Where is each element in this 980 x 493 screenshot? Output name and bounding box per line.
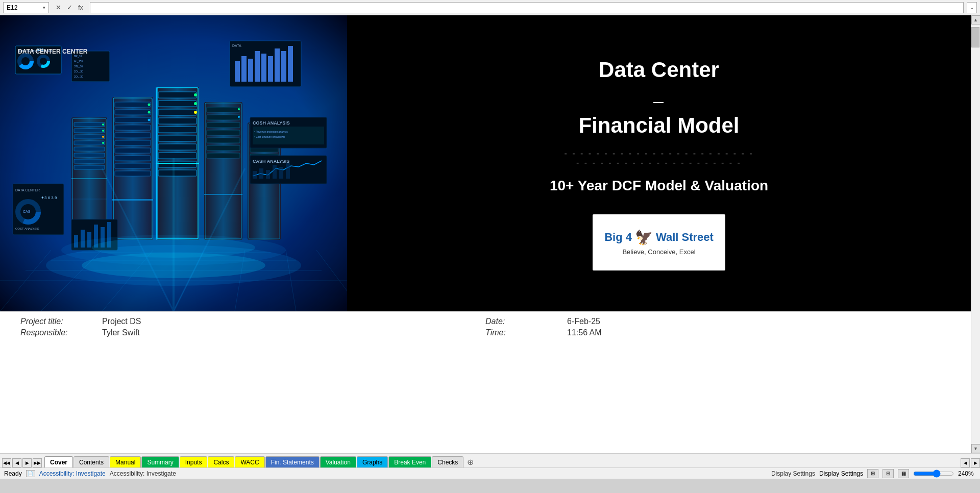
svg-point-75: [238, 116, 240, 118]
status-left: Ready 📄 Accessibility: Investigate Acces…: [4, 470, 176, 477]
svg-text:CASH ANALYSIS: CASH ANALYSIS: [253, 159, 289, 164]
svg-rect-108: [275, 48, 280, 82]
svg-rect-102: [235, 61, 240, 82]
display-settings[interactable]: Display Settings: [771, 470, 815, 477]
tab-checks[interactable]: Checks: [432, 456, 463, 467]
scrollbar-thumb[interactable]: [971, 27, 979, 47]
tab-contents[interactable]: Contents: [74, 456, 109, 467]
svg-rect-53: [158, 118, 197, 124]
svg-rect-69: [207, 122, 240, 128]
svg-point-28: [102, 142, 104, 144]
svg-rect-128: [273, 165, 277, 179]
sheet-content: DATA CENTER CENTER 322 BR_10 AL_155: [0, 15, 971, 453]
svg-text:CAS: CAS: [23, 210, 31, 213]
svg-rect-126: [259, 168, 263, 179]
status-bar: Ready 📄 Accessibility: Investigate Acces…: [0, 467, 980, 479]
svg-rect-67: [207, 107, 240, 112]
page-layout-button[interactable]: ⊟: [883, 469, 894, 478]
tab-scroll-left[interactable]: ◀: [961, 458, 970, 467]
svg-point-62: [194, 111, 197, 114]
tab-cover[interactable]: Cover: [44, 456, 73, 467]
tab-inputs[interactable]: Inputs: [180, 456, 208, 467]
tab-scroll-right[interactable]: ▶: [971, 458, 980, 467]
svg-point-26: [102, 130, 104, 132]
status-right: Display Settings Display Settings ⊞ ⊟ ▦ …: [771, 469, 976, 478]
main-area: DATA CENTER CENTER 322 BR_10 AL_155: [0, 15, 980, 453]
cover-slide: DATA CENTER CENTER 322 BR_10 AL_155: [0, 15, 971, 311]
page-break-view-icon[interactable]: 📄: [26, 470, 35, 477]
tab-first-button[interactable]: ◀◀: [2, 458, 11, 467]
svg-rect-51: [158, 101, 197, 107]
svg-text:3TL_30: 3TL_30: [74, 65, 83, 68]
svg-point-60: [194, 93, 197, 96]
svg-rect-24: [74, 165, 105, 169]
tab-summary[interactable]: Summary: [141, 456, 179, 467]
scroll-up-button[interactable]: ▲: [971, 15, 981, 24]
tab-break-even[interactable]: Break Even: [388, 456, 431, 467]
normal-view-button[interactable]: ⊞: [867, 469, 878, 478]
cover-subtitle: 10+ Year DCF Model & Valuation: [550, 178, 768, 194]
svg-rect-54: [158, 127, 197, 133]
svg-rect-64: [156, 87, 158, 240]
logo-text: Big 4 🦅 Wall Street: [604, 229, 714, 246]
svg-rect-19: [74, 135, 105, 139]
tab-graphs[interactable]: Graphs: [357, 456, 388, 467]
project-value: Project DS: [102, 317, 141, 326]
zoom-slider[interactable]: [913, 470, 954, 478]
svg-rect-104: [248, 59, 253, 82]
zoom-level: 240%: [958, 470, 976, 477]
svg-text:✦3 6 3 9: ✦3 6 3 9: [41, 195, 57, 200]
tab-next-button[interactable]: ▶: [22, 458, 32, 467]
svg-text:DATA: DATA: [232, 44, 241, 47]
add-sheet-button[interactable]: ⊕: [464, 456, 476, 467]
svg-rect-73: [207, 153, 240, 158]
svg-text:DATA CENTER  CENTER: DATA CENTER CENTER: [18, 48, 88, 55]
svg-text:COST ANALYSIS: COST ANALYSIS: [15, 227, 39, 230]
responsible-value: Tyler Swift: [102, 328, 140, 337]
svg-rect-58: [158, 161, 197, 167]
formula-expand-button[interactable]: ⌄: [967, 2, 977, 13]
scroll-down-button[interactable]: ▼: [971, 444, 981, 453]
accessibility-text[interactable]: Accessibility: Investigate: [39, 470, 106, 477]
right-scrollbar[interactable]: ▲ ▼: [971, 15, 980, 453]
svg-rect-52: [158, 109, 197, 115]
svg-rect-18: [74, 129, 105, 133]
tab-fin-statements[interactable]: Fin. Statements: [265, 456, 320, 467]
svg-rect-68: [207, 115, 240, 120]
logo-big4: Big 4: [604, 231, 632, 244]
tab-valuation[interactable]: Valuation: [320, 456, 356, 467]
info-area: Project title: Project DS Date: 6-Feb-25…: [0, 311, 971, 342]
svg-text:• Revenue projection analysis: • Revenue projection analysis: [254, 130, 288, 133]
accessibility-label: Accessibility: Investigate: [110, 470, 176, 477]
svg-rect-22: [74, 153, 105, 157]
svg-rect-47: [112, 97, 153, 240]
svg-rect-109: [281, 51, 286, 82]
svg-text:• Cost structure breakdown: • Cost structure breakdown: [254, 135, 285, 138]
tab-manual[interactable]: Manual: [110, 456, 141, 467]
scrollbar-track[interactable]: [971, 24, 980, 444]
sheet-tabs-bar: ◀◀ ◀ ▶ ▶▶ Cover Contents Manual Summary …: [0, 453, 980, 467]
function-button[interactable]: fx: [76, 3, 86, 13]
svg-point-61: [194, 102, 197, 105]
svg-rect-17: [74, 122, 105, 127]
date-label: Date:: [485, 317, 557, 326]
logo-wallstreet: Wall Street: [656, 231, 714, 244]
cancel-button[interactable]: ✕: [53, 3, 63, 13]
svg-rect-50: [158, 92, 197, 98]
tab-prev-button[interactable]: ◀: [12, 458, 21, 467]
confirm-button[interactable]: ✓: [64, 3, 75, 13]
display-settings-label: Display Settings: [819, 470, 863, 477]
tab-last-button[interactable]: ▶▶: [33, 458, 42, 467]
name-box[interactable]: E12 ▾: [3, 2, 49, 13]
svg-rect-127: [266, 170, 270, 179]
logo-eagle-icon: 🦅: [635, 229, 653, 246]
tab-wacc[interactable]: WACC: [235, 456, 264, 467]
formula-bar: E12 ▾ ✕ ✓ fx ⌄: [0, 0, 980, 15]
formula-input[interactable]: [90, 2, 964, 13]
svg-rect-107: [268, 56, 273, 82]
svg-rect-106: [261, 54, 266, 82]
svg-text:DATA CENTER: DATA CENTER: [15, 188, 40, 192]
page-break-button[interactable]: ▦: [898, 469, 909, 478]
tab-calcs[interactable]: Calcs: [208, 456, 234, 467]
cell-reference: E12: [7, 4, 17, 11]
